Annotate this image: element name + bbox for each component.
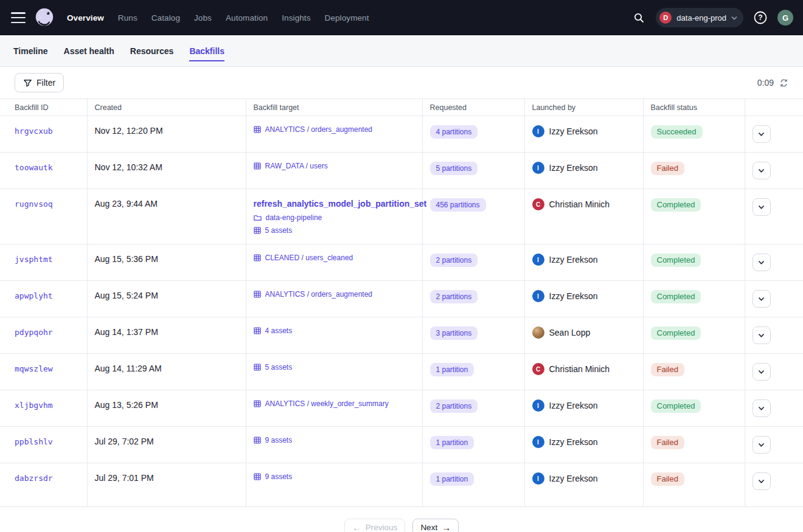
avatar: S: [532, 326, 544, 339]
assets-link[interactable]: 5 assets: [265, 226, 293, 235]
partitions-badge: 2 partitions: [430, 254, 478, 267]
help-icon[interactable]: ?: [751, 9, 770, 27]
pipeline-link[interactable]: data-eng-pipeline: [266, 213, 322, 222]
status-badge: Failed: [651, 436, 684, 449]
nav-item-insights[interactable]: Insights: [282, 13, 310, 22]
dagster-logo-icon[interactable]: [33, 6, 56, 29]
tab-resources[interactable]: Resources: [130, 40, 174, 61]
nav-item-runs[interactable]: Runs: [118, 13, 137, 22]
asset-link[interactable]: 4 assets: [265, 326, 293, 335]
avatar: C: [532, 363, 544, 375]
asset-link[interactable]: 5 assets: [265, 363, 293, 371]
status-badge: Failed: [651, 162, 684, 175]
backfill-id-link[interactable]: jvsphtmt: [15, 255, 53, 264]
row-actions-button[interactable]: [753, 254, 771, 271]
arrow-left-icon: ←: [352, 523, 361, 532]
backfill-target-asset: 9 assets: [254, 436, 415, 444]
previous-page-button[interactable]: ← Previous: [344, 519, 406, 532]
status-badge: Failed: [651, 472, 684, 486]
status-badge: Completed: [651, 399, 701, 413]
column-header-created: Created: [87, 99, 246, 116]
backfill-id-link[interactable]: apwplyht: [15, 291, 53, 300]
folder-icon: [254, 214, 262, 221]
backfill-id-link[interactable]: pdypqohr: [15, 328, 53, 337]
row-actions-button[interactable]: [753, 363, 771, 381]
launched-by-name: Izzy Erekson: [549, 291, 598, 301]
row-actions-button[interactable]: [753, 436, 771, 454]
search-icon[interactable]: [630, 9, 648, 27]
asset-link[interactable]: ANALYTICS / orders_augmented: [265, 125, 373, 134]
filter-label: Filter: [36, 78, 55, 88]
backfill-id-link[interactable]: rugnvsoq: [15, 199, 53, 209]
backfill-id-link[interactable]: hrgvcxub: [15, 126, 53, 136]
row-actions-button[interactable]: [753, 162, 771, 179]
chevron-down-icon: [731, 16, 737, 20]
tab-asset-health[interactable]: Asset health: [64, 40, 114, 61]
backfill-id-link[interactable]: toowautk: [15, 163, 53, 172]
column-header-requested: Requested: [422, 99, 524, 116]
asset-grid-icon: [254, 364, 261, 371]
refresh-icon[interactable]: [779, 78, 788, 88]
backfill-id-link[interactable]: dabzrsdr: [15, 474, 53, 483]
top-nav: OverviewRunsCatalogJobsAutomationInsight…: [0, 0, 803, 35]
row-actions-button[interactable]: [753, 472, 771, 490]
asset-grid-icon: [254, 291, 261, 298]
backfill-id-link[interactable]: ppblshlv: [15, 437, 53, 446]
backfill-id-link[interactable]: mqwszlew: [15, 364, 53, 373]
deployment-switcher[interactable]: D data-eng-prod: [656, 8, 743, 27]
column-header-backfill-id: Backfill ID: [0, 99, 87, 116]
asset-link[interactable]: RAW_DATA / users: [265, 162, 328, 170]
menu-icon[interactable]: [11, 12, 26, 23]
chevron-down-icon: [758, 443, 765, 447]
next-page-button[interactable]: Next →: [412, 519, 459, 532]
arrow-right-icon: →: [442, 523, 451, 532]
asset-grid-icon: [254, 162, 261, 170]
nav-item-deployment[interactable]: Deployment: [325, 13, 369, 22]
table-row: hrgvcxub Nov 12, 12:20 PM: [0, 116, 803, 153]
table-row: pdypqohr Aug 14, 1:37 PM: [0, 317, 803, 354]
chevron-down-icon: [758, 370, 765, 375]
row-actions-button[interactable]: [753, 326, 771, 344]
filter-button[interactable]: Filter: [15, 73, 64, 92]
status-badge: Succeeded: [651, 125, 703, 139]
refresh-countdown: 0:09: [757, 78, 774, 88]
asset-link[interactable]: 9 assets: [265, 436, 293, 444]
created-timestamp: Aug 15, 5:24 PM: [95, 291, 158, 300]
asset-link[interactable]: 9 assets: [265, 472, 293, 481]
status-badge: Completed: [651, 198, 701, 212]
avatar: I: [532, 436, 544, 448]
nav-item-overview[interactable]: Overview: [67, 13, 104, 22]
primary-nav: OverviewRunsCatalogJobsAutomationInsight…: [67, 13, 369, 22]
svg-text:?: ?: [758, 13, 762, 22]
asset-link[interactable]: CLEANED / users_cleaned: [265, 254, 353, 262]
nav-item-catalog[interactable]: Catalog: [151, 13, 180, 22]
row-actions-button[interactable]: [753, 290, 771, 308]
table-body: hrgvcxub Nov 12, 12:20 PM: [0, 116, 803, 507]
job-link[interactable]: refresh_analytics_model_job_partition_se…: [254, 199, 427, 209]
launched-by-name: Izzy Erekson: [549, 163, 598, 173]
backfill-target-asset: CLEANED / users_cleaned: [254, 254, 415, 262]
tab-timeline[interactable]: Timeline: [13, 40, 48, 61]
backfill-id-link[interactable]: xljbgvhm: [15, 401, 53, 410]
row-actions-button[interactable]: [753, 399, 771, 417]
asset-link[interactable]: ANALYTICS / orders_augmented: [265, 290, 373, 299]
launched-by-name: Izzy Erekson: [549, 474, 598, 483]
user-avatar[interactable]: G: [777, 10, 793, 26]
row-actions-button[interactable]: [753, 125, 771, 143]
nav-item-jobs[interactable]: Jobs: [194, 13, 212, 22]
avatar: C: [532, 198, 544, 210]
partitions-badge: 1 partition: [430, 436, 474, 449]
created-timestamp: Jul 29, 7:01 PM: [95, 473, 154, 483]
tab-backfills[interactable]: Backfills: [189, 40, 224, 61]
launched-by-name: Izzy Erekson: [549, 126, 598, 136]
previous-label: Previous: [366, 523, 398, 532]
status-badge: Completed: [651, 254, 701, 267]
table-header-row: Backfill IDCreatedBackfill targetRequest…: [0, 99, 803, 116]
row-actions-button[interactable]: [753, 198, 771, 216]
asset-link[interactable]: ANALYTICS / weekly_order_summary: [265, 399, 389, 408]
backfill-target-asset: 4 assets: [254, 326, 415, 335]
nav-item-automation[interactable]: Automation: [226, 13, 268, 22]
tab-bar: TimelineAsset healthResourcesBackfills: [0, 35, 803, 67]
backfill-target-asset: ANALYTICS / orders_augmented: [254, 125, 415, 134]
table-row: ppblshlv Jul 29, 7:02 PM: [0, 427, 803, 463]
